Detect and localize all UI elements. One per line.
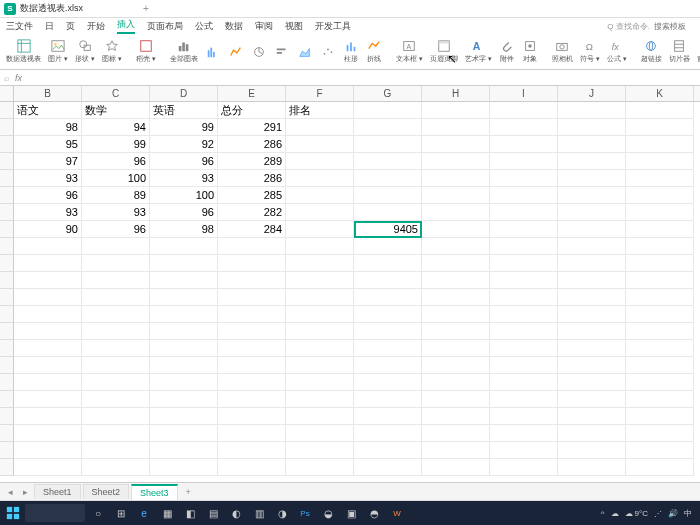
cell[interactable] bbox=[626, 408, 694, 425]
cell[interactable] bbox=[558, 119, 626, 136]
taskbar-app1[interactable]: ▦ bbox=[157, 504, 177, 522]
cell[interactable] bbox=[286, 340, 354, 357]
table-row[interactable] bbox=[0, 459, 700, 476]
cell[interactable] bbox=[558, 136, 626, 153]
cell[interactable] bbox=[286, 442, 354, 459]
cell[interactable] bbox=[354, 357, 422, 374]
ribbon-wordart[interactable]: A艺术字 ▾ bbox=[463, 39, 494, 64]
cell[interactable] bbox=[626, 187, 694, 204]
cell[interactable]: 9405 bbox=[354, 221, 422, 238]
cell[interactable] bbox=[286, 255, 354, 272]
cell[interactable] bbox=[286, 374, 354, 391]
cell[interactable]: 286 bbox=[218, 136, 286, 153]
cell[interactable] bbox=[354, 153, 422, 170]
cell[interactable] bbox=[150, 442, 218, 459]
cell[interactable] bbox=[82, 289, 150, 306]
ribbon-textbox[interactable]: A文本框 ▾ bbox=[394, 39, 425, 64]
cell[interactable] bbox=[286, 289, 354, 306]
cell[interactable] bbox=[490, 357, 558, 374]
cell[interactable] bbox=[14, 289, 82, 306]
ribbon-chart4[interactable] bbox=[272, 45, 292, 59]
cell[interactable] bbox=[558, 187, 626, 204]
cell[interactable] bbox=[626, 204, 694, 221]
cell[interactable]: 92 bbox=[150, 136, 218, 153]
cell[interactable] bbox=[490, 459, 558, 476]
col-G[interactable]: G bbox=[354, 86, 422, 101]
cell[interactable] bbox=[626, 238, 694, 255]
cell[interactable] bbox=[490, 102, 558, 119]
cell[interactable] bbox=[82, 459, 150, 476]
cell[interactable] bbox=[558, 170, 626, 187]
cell[interactable] bbox=[490, 289, 558, 306]
table-row[interactable]: 9689100285 bbox=[0, 187, 700, 204]
ribbon-object[interactable]: 对象 bbox=[520, 39, 540, 64]
tab-sheet2[interactable]: Sheet2 bbox=[83, 484, 130, 499]
cell[interactable] bbox=[354, 170, 422, 187]
cell[interactable] bbox=[150, 408, 218, 425]
cell[interactable] bbox=[150, 323, 218, 340]
cell[interactable] bbox=[82, 238, 150, 255]
cell[interactable]: 93 bbox=[14, 204, 82, 221]
tray-lang[interactable]: 中 bbox=[684, 508, 692, 519]
cell[interactable]: 96 bbox=[14, 187, 82, 204]
cell[interactable] bbox=[422, 119, 490, 136]
cell[interactable] bbox=[490, 238, 558, 255]
cell[interactable] bbox=[490, 391, 558, 408]
cell[interactable] bbox=[558, 272, 626, 289]
taskbar-app3[interactable]: ▤ bbox=[203, 504, 223, 522]
taskbar-ps[interactable]: Ps bbox=[295, 504, 315, 522]
cell[interactable] bbox=[286, 187, 354, 204]
table-row[interactable]: 语文数学英语总分排名 bbox=[0, 102, 700, 119]
table-row[interactable] bbox=[0, 289, 700, 306]
cell[interactable]: 282 bbox=[218, 204, 286, 221]
col-J[interactable]: J bbox=[558, 86, 626, 101]
table-row[interactable] bbox=[0, 391, 700, 408]
cell[interactable] bbox=[626, 153, 694, 170]
cell[interactable] bbox=[14, 442, 82, 459]
cell[interactable] bbox=[558, 238, 626, 255]
cell[interactable] bbox=[150, 272, 218, 289]
table-row[interactable] bbox=[0, 255, 700, 272]
cell[interactable] bbox=[286, 357, 354, 374]
table-row[interactable] bbox=[0, 374, 700, 391]
ribbon-icons[interactable]: 图标 ▾ bbox=[100, 39, 124, 64]
cell[interactable] bbox=[558, 102, 626, 119]
cell[interactable] bbox=[490, 221, 558, 238]
cell[interactable]: 100 bbox=[150, 187, 218, 204]
cell[interactable] bbox=[626, 357, 694, 374]
cell[interactable] bbox=[286, 238, 354, 255]
cell[interactable] bbox=[558, 323, 626, 340]
cell[interactable] bbox=[422, 102, 490, 119]
cell[interactable] bbox=[558, 255, 626, 272]
cell[interactable] bbox=[354, 238, 422, 255]
tray-wifi-icon[interactable]: ⋰ bbox=[654, 509, 662, 518]
ribbon-shapes[interactable]: 形状 ▾ bbox=[73, 39, 97, 64]
weather[interactable]: ☁ 9°C bbox=[625, 509, 648, 518]
cell[interactable] bbox=[286, 170, 354, 187]
cell[interactable] bbox=[558, 408, 626, 425]
cell[interactable] bbox=[14, 459, 82, 476]
ribbon-slicer[interactable]: 切片器 bbox=[667, 39, 692, 64]
cell[interactable] bbox=[490, 340, 558, 357]
cell[interactable] bbox=[82, 255, 150, 272]
cell[interactable] bbox=[558, 374, 626, 391]
cell[interactable]: 语文 bbox=[14, 102, 82, 119]
cell[interactable]: 96 bbox=[150, 204, 218, 221]
cell[interactable] bbox=[490, 170, 558, 187]
cell[interactable] bbox=[490, 136, 558, 153]
taskbar-app5[interactable]: ▥ bbox=[249, 504, 269, 522]
ribbon-chart3[interactable] bbox=[249, 45, 269, 59]
taskbar-taskview[interactable]: ⊞ bbox=[111, 504, 131, 522]
menu-q1[interactable]: 日 bbox=[45, 20, 54, 33]
cell[interactable] bbox=[422, 204, 490, 221]
cell[interactable] bbox=[558, 391, 626, 408]
menu-formula[interactable]: 公式 bbox=[195, 20, 213, 33]
cell[interactable] bbox=[150, 340, 218, 357]
tab-nav-next[interactable]: ▸ bbox=[19, 487, 32, 497]
ribbon-attach[interactable]: 附件 bbox=[497, 39, 517, 64]
new-tab-button[interactable]: + bbox=[143, 3, 149, 14]
cell[interactable] bbox=[218, 255, 286, 272]
ribbon-equation[interactable]: fx公式 ▾ bbox=[605, 39, 629, 64]
cell[interactable] bbox=[82, 357, 150, 374]
cell[interactable] bbox=[490, 272, 558, 289]
